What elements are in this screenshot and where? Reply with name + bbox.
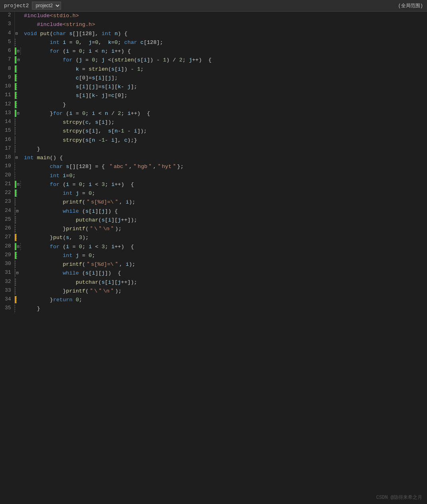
line-number: 14 (0, 118, 14, 127)
table-row: 2#include<stdio.h> (0, 12, 427, 20)
code-line: } (22, 304, 427, 313)
title-bar: project2 project2 (全局范围) (0, 0, 427, 12)
line-number: 8 (0, 65, 14, 74)
line-number: 28 (0, 243, 14, 251)
gutter-cell (14, 189, 22, 198)
line-number: 18 (0, 154, 14, 162)
gutter-cell (14, 136, 22, 145)
code-line: s[i][k- j]=c[0]; (22, 91, 427, 100)
gutter-cell: ⊟ (14, 154, 22, 162)
table-row: 31⊟ while (s[i][j]) { (0, 269, 427, 278)
line-number: 6 (0, 47, 14, 56)
gutter-cell: ⊟ (14, 30, 22, 38)
line-number: 9 (0, 74, 14, 83)
table-row: 25 putchar(s[i][j++]); (0, 216, 427, 225)
code-line: int j = 0; (22, 189, 427, 198)
code-line: } (22, 101, 427, 109)
code-line: printf(＂s[%d]=\＂, i); (22, 260, 427, 269)
code-line: }printf(＂\＂\n＂); (22, 287, 427, 296)
gutter-cell (14, 65, 22, 74)
table-row: 9 c[0]=s[i][j]; (0, 74, 427, 83)
table-row: 5 int i = 0, j=0, k=0; char c[128]; (0, 38, 427, 47)
gutter-cell (14, 216, 22, 225)
gutter-cell: ⊟ (14, 56, 22, 65)
line-number: 13 (0, 109, 14, 118)
code-line: c[0]=s[i][j]; (22, 74, 427, 83)
project-name: project2 (4, 3, 29, 9)
table-row: 17 } (0, 145, 427, 154)
gutter-cell (14, 172, 22, 180)
table-row: 23 printf(＂s[%d]=\＂, i); (0, 198, 427, 207)
line-number: 35 (0, 304, 14, 313)
table-row: 11 s[i][k- j]=c[0]; (0, 91, 427, 100)
line-number: 26 (0, 225, 14, 233)
gutter-cell: ⊟ (14, 109, 22, 118)
line-number: 29 (0, 251, 14, 260)
table-row: 10 s[i][j]=s[i][k- j]; (0, 83, 427, 91)
code-line: void put(char s[][128], int n) { (22, 30, 427, 38)
gutter-cell (14, 91, 22, 100)
line-number: 11 (0, 91, 14, 100)
line-number: 4 (0, 30, 14, 38)
table-row: 24⊟ while (s[i][j]) { (0, 207, 427, 216)
table-row: 15 strcpy(s[i], s[n-1 - i]); (0, 127, 427, 136)
code-area: 2#include<stdio.h>3 #include<string.h>4⊟… (0, 12, 427, 314)
line-number: 23 (0, 198, 14, 207)
table-row: 12 } (0, 101, 427, 109)
table-row: 18⊟int main() { (0, 154, 427, 162)
table-row: 26 }printf(＂\＂\n＂); (0, 225, 427, 233)
table-row: 16 strcpy(s[n -1- i], c);} (0, 136, 427, 145)
table-row: 6⊟ for (i = 0; i < n; i++) { (0, 47, 427, 56)
line-number: 10 (0, 83, 14, 91)
line-number: 30 (0, 260, 14, 269)
code-line: k = strlen(s[i]) - 1; (22, 65, 427, 74)
code-line: }return 0; (22, 296, 427, 304)
table-row: 35 } (0, 304, 427, 313)
table-row: 19 char s[][128] = { ＂abc＂,＂hgb＂,＂hyt＂}; (0, 162, 427, 171)
table-row: 8 k = strlen(s[i]) - 1; (0, 65, 427, 74)
line-number: 24 (0, 207, 14, 216)
code-line: strcpy(s[n -1- i], c);} (22, 136, 427, 145)
gutter-cell (14, 83, 22, 91)
gutter-cell (14, 20, 22, 29)
code-line: for (i = 0; i < n; i++) { (22, 47, 427, 56)
line-number: 2 (0, 12, 14, 20)
table-row: 14 strcpy(c, s[i]); (0, 118, 427, 127)
line-number: 31 (0, 269, 14, 278)
gutter-cell: ⊟ (14, 180, 22, 189)
code-line: while (s[i][j]) { (22, 269, 427, 278)
line-number: 27 (0, 233, 14, 242)
code-line: for (i = 0; i < 3; i++) { (22, 243, 427, 251)
code-line: s[i][j]=s[i][k- j]; (22, 83, 427, 91)
line-number: 5 (0, 38, 14, 47)
table-row: 22 int j = 0; (0, 189, 427, 198)
line-number: 33 (0, 287, 14, 296)
line-number: 20 (0, 172, 14, 180)
line-number: 21 (0, 180, 14, 189)
code-line: char s[][128] = { ＂abc＂,＂hgb＂,＂hyt＂}; (22, 162, 427, 171)
gutter-cell (14, 74, 22, 83)
code-line: int i = 0, j=0, k=0; char c[128]; (22, 38, 427, 47)
code-line: printf(＂s[%d]=\＂, i); (22, 198, 427, 207)
gutter-cell (14, 251, 22, 260)
code-line: int i=0; (22, 172, 427, 180)
code-line: while (s[i][j]) { (22, 207, 427, 216)
code-line: putchar(s[i][j++]); (22, 216, 427, 225)
code-line: } (22, 145, 427, 154)
gutter-cell (14, 260, 22, 269)
code-line: }put(s, 3); (22, 233, 427, 242)
project-dropdown[interactable]: project2 (32, 2, 61, 10)
code-line: #include<stdio.h> (22, 12, 427, 20)
table-row: 21⊟ for (i = 0; i < 3; i++) { (0, 180, 427, 189)
code-line: putchar(s[i][j++]); (22, 278, 427, 287)
line-number: 16 (0, 136, 14, 145)
gutter-cell (14, 198, 22, 207)
table-row: 30 printf(＂s[%d]=\＂, i); (0, 260, 427, 269)
line-number: 22 (0, 189, 14, 198)
gutter-cell (14, 162, 22, 171)
gutter-cell (14, 233, 22, 242)
gutter-cell (14, 296, 22, 304)
gutter-cell (14, 101, 22, 109)
gutter-cell (14, 304, 22, 313)
watermark: CSDN @隐得来希之月 (376, 494, 422, 501)
